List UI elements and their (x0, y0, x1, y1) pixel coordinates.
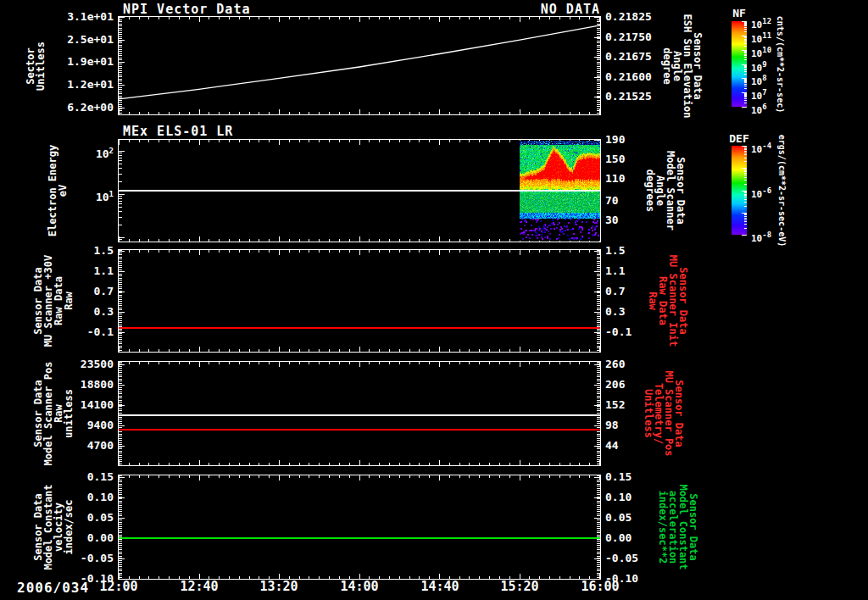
y-minor-tick (597, 288, 600, 289)
x-tick (379, 239, 380, 242)
cb-minor-tick (744, 93, 747, 94)
y-minor-tick (597, 575, 600, 575)
y-minor-tick (119, 316, 122, 317)
colorbar-tick-label: 107 (751, 87, 767, 102)
colorbar-units-DEF: ergs/(cm**2-sr-sec-eV) (777, 134, 786, 246)
x-tick (459, 576, 460, 579)
plot-box-mu-scanner-30v (118, 249, 601, 353)
x-tick (589, 475, 590, 478)
x-tick (319, 362, 320, 364)
x-tick (239, 239, 240, 242)
x-tick (259, 349, 259, 352)
cb-minor-tick (744, 31, 747, 32)
y-minor-tick (119, 335, 122, 336)
x-tick (229, 239, 230, 242)
x-tick (339, 140, 340, 142)
y-minor-tick (119, 498, 122, 499)
y-minor-tick (119, 535, 122, 536)
y-minor-tick (119, 379, 122, 380)
y-minor-tick (119, 477, 122, 478)
x-tick (169, 463, 170, 465)
x-tick (229, 362, 230, 364)
x-tick (179, 349, 180, 352)
y-minor-tick (119, 532, 122, 533)
x-tick (369, 140, 370, 142)
x-tick (289, 475, 290, 478)
y-minor-tick (597, 444, 600, 445)
x-tick (429, 250, 430, 253)
x-tick (489, 576, 490, 579)
y-minor-tick (119, 301, 122, 302)
y-minor-tick (597, 320, 600, 321)
x-tick (239, 140, 240, 142)
y-minor-tick (597, 455, 600, 456)
y-minor-tick (597, 475, 600, 476)
cb-minor-tick (744, 39, 747, 40)
y-minor-tick (119, 545, 122, 546)
y-minor-tick (119, 402, 122, 403)
y-minor-tick (119, 528, 122, 529)
y-minor-tick (119, 484, 122, 485)
y-major-tick (119, 558, 125, 559)
x-tick (379, 140, 380, 142)
y-minor-tick (119, 325, 122, 325)
x-tick (399, 463, 400, 465)
y-minor-tick (597, 442, 600, 443)
y-minor-tick (597, 350, 600, 351)
y-minor-tick (119, 541, 122, 542)
cb-minor-tick (744, 81, 747, 82)
x-tick (199, 140, 200, 145)
x-tick (499, 140, 500, 142)
y-minor-tick (119, 404, 122, 405)
y-minor-tick (119, 370, 122, 371)
x-tick (559, 576, 560, 579)
cb-minor-tick (744, 192, 747, 192)
x-tick (219, 349, 220, 352)
x-tick (309, 250, 309, 253)
y-minor-tick (119, 393, 122, 394)
y-axis-title-left-model-scanner-pos: Sensor Data Model Scanner Pos Raw unitle… (33, 362, 74, 466)
x-tick (499, 250, 500, 253)
x-tick (229, 576, 230, 579)
x-tick (239, 250, 240, 253)
y-log-tick (119, 207, 122, 208)
y-minor-tick (119, 257, 122, 258)
x-tick (269, 250, 270, 253)
cb-minor-tick (744, 54, 747, 55)
x-tick (479, 349, 480, 352)
x-tick (529, 475, 530, 478)
cb-minor-tick (744, 71, 747, 72)
x-tick-label: 12:40 (170, 580, 229, 593)
cb-minor-tick (744, 65, 747, 66)
x-tick (299, 475, 300, 478)
x-tick (449, 475, 450, 478)
x-tick (259, 140, 259, 142)
y-minor-tick (119, 481, 122, 482)
y-minor-tick (597, 312, 600, 313)
y-minor-tick (597, 284, 600, 285)
x-tick (229, 140, 230, 142)
x-tick (309, 349, 309, 352)
y-log-tick (119, 194, 125, 195)
y-log-tick (119, 168, 122, 169)
y-minor-tick (119, 114, 122, 115)
x-tick (289, 250, 290, 253)
y-minor-tick (597, 257, 600, 258)
y-minor-tick (119, 514, 122, 514)
x-tick (399, 239, 400, 242)
y-major-tick (119, 251, 125, 252)
y-minor-tick (597, 560, 600, 561)
y-minor-tick (119, 447, 122, 447)
x-tick (349, 250, 350, 253)
x-tick (579, 250, 580, 253)
x-tick (219, 463, 220, 465)
y-minor-tick (597, 258, 600, 259)
y-minor-tick (119, 366, 122, 367)
y-minor-tick (119, 549, 122, 550)
y-minor-tick (119, 442, 122, 443)
x-tick (549, 250, 550, 253)
x-tick (520, 460, 520, 465)
x-tick (299, 463, 300, 465)
x-tick (389, 239, 390, 242)
x-tick (259, 463, 259, 465)
